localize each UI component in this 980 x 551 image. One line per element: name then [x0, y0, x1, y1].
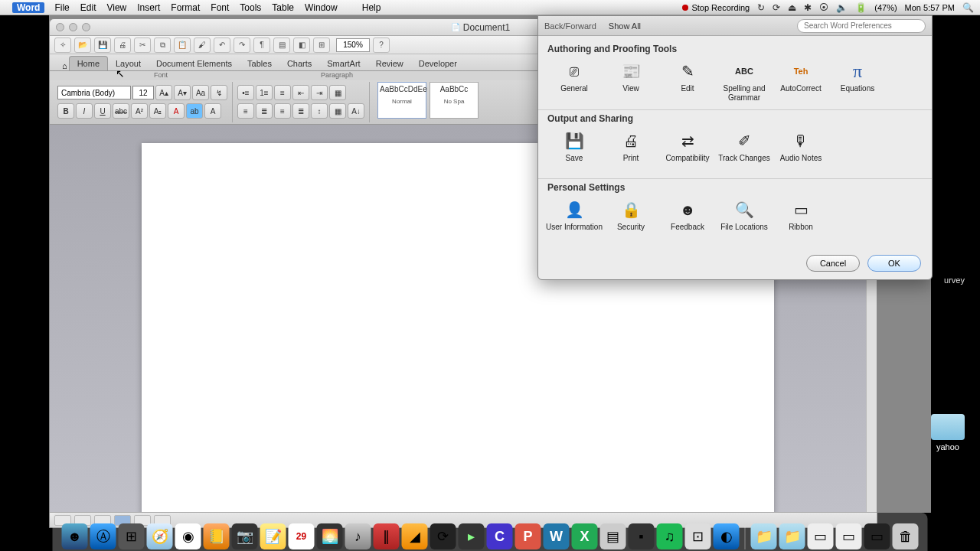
prefs-search-input[interactable] [797, 19, 926, 33]
pref-equations[interactable]: πEquations [829, 59, 886, 103]
multilevel-button[interactable]: ≡ [274, 85, 291, 100]
home-icon[interactable]: ⌂ [62, 61, 67, 70]
tab-home[interactable]: Home [69, 56, 108, 70]
dock-folder1-icon[interactable]: 📁 [751, 523, 777, 549]
style-normal[interactable]: AaBbCcDdEe Normal [377, 82, 426, 119]
dock-chrome-icon[interactable]: ◉ [175, 523, 201, 549]
tab-review[interactable]: Review [368, 57, 411, 70]
show-all-button[interactable]: Show All [609, 21, 641, 31]
pref-compatibility[interactable]: ⇄Compatibility [659, 129, 716, 172]
superscript-button[interactable]: A² [131, 103, 148, 119]
menu-format[interactable]: Format [165, 2, 205, 13]
bluetooth-icon[interactable]: ✱ [804, 2, 812, 13]
dock-app2-icon[interactable]: ⊡ [685, 523, 711, 549]
pref-print[interactable]: 🖨Print [603, 129, 659, 172]
text-effects-button[interactable]: A [204, 103, 221, 119]
pref-autocorrect[interactable]: TehAutoCorrect [773, 59, 829, 103]
back-forward-button[interactable]: Back/Forward [544, 21, 596, 31]
zoom-icon[interactable] [82, 23, 90, 31]
font-name-input[interactable] [57, 86, 131, 99]
desktop-folder-yahoo[interactable]: yahoo [931, 414, 965, 452]
dock-powerpoint-icon[interactable]: P [515, 523, 541, 549]
sync-icon[interactable]: ↻ [757, 2, 765, 13]
dock-terminal-icon[interactable]: ▸ [459, 523, 485, 549]
dock-preview-icon[interactable]: ▤ [600, 523, 626, 549]
pref-spelling[interactable]: ABCSpelling and Grammar [716, 59, 773, 103]
clock[interactable]: Mon 5:57 PM [905, 3, 955, 12]
gallery-button[interactable]: ⊞ [313, 37, 330, 53]
dock-calendar-icon[interactable]: 29 [289, 523, 315, 549]
tab-document-elements[interactable]: Document Elements [149, 57, 240, 70]
dock-safari-icon[interactable]: 🧭 [147, 523, 173, 549]
line-spacing-button[interactable]: ↕ [311, 103, 328, 119]
toolbox-button[interactable]: ◧ [293, 37, 310, 53]
menu-insert[interactable]: Insert [132, 2, 165, 13]
tab-charts[interactable]: Charts [279, 57, 319, 70]
pref-feedback[interactable]: ☻Feedback [659, 197, 716, 241]
save-button[interactable]: 💾 [94, 37, 111, 53]
print-button[interactable]: 🖨 [114, 37, 131, 53]
menu-font[interactable]: Font [205, 2, 234, 13]
dock-appstore-icon[interactable]: Ⓐ [90, 523, 116, 549]
change-case-button[interactable]: Aa [192, 85, 209, 100]
numbering-button[interactable]: 1≡ [256, 85, 273, 100]
stop-recording-button[interactable]: Stop Recording [682, 3, 750, 12]
sidebar-button[interactable]: ▤ [273, 37, 290, 53]
battery-icon[interactable]: 🔋 [855, 2, 867, 13]
sort-button[interactable]: A↓ [348, 103, 364, 119]
app-name[interactable]: Word [12, 2, 44, 13]
undo-button[interactable]: ↶ [214, 37, 230, 53]
pref-ribbon[interactable]: ▭Ribbon [773, 197, 829, 241]
pref-track-changes[interactable]: ✐Track Changes [716, 129, 773, 172]
pref-security[interactable]: 🔒Security [603, 197, 659, 241]
grow-font-button[interactable]: A▴ [155, 85, 172, 100]
bullets-button[interactable]: •≡ [237, 85, 254, 100]
pref-edit[interactable]: ✎Edit [659, 59, 716, 103]
wifi-icon[interactable]: ⦿ [819, 2, 828, 13]
tab-layout[interactable]: Layout [108, 57, 149, 70]
bold-button[interactable]: B [57, 103, 74, 119]
decrease-indent-button[interactable]: ⇤ [292, 85, 309, 100]
strikethrough-button[interactable]: abc [113, 103, 129, 119]
pref-general[interactable]: ⎚General [546, 59, 603, 103]
dock-photobooth-icon[interactable]: 📷 [232, 523, 258, 549]
dock-finder-icon[interactable]: ☻ [62, 523, 88, 549]
font-size-input[interactable] [132, 86, 154, 99]
close-icon[interactable] [56, 23, 64, 31]
underline-button[interactable]: U [94, 103, 111, 119]
displays-icon[interactable]: ⏏ [788, 2, 796, 13]
dock-contacts-icon[interactable]: 📒 [204, 523, 230, 549]
menu-view[interactable]: View [101, 2, 132, 13]
dock-stickies-icon[interactable]: 📝 [260, 523, 286, 549]
borders-button[interactable]: ▦ [329, 85, 346, 100]
menu-table[interactable]: Table [266, 2, 299, 13]
dock-word-icon[interactable]: W [544, 523, 570, 549]
open-button[interactable]: 📂 [74, 37, 91, 53]
format-painter-button[interactable]: 🖌 [194, 37, 211, 53]
show-button[interactable]: ¶ [253, 37, 270, 53]
dock-timemachine-icon[interactable]: ⟳ [430, 523, 456, 549]
shrink-font-button[interactable]: A▾ [174, 85, 191, 100]
tab-smartart[interactable]: SmartArt [319, 57, 368, 70]
cancel-button[interactable]: Cancel [806, 255, 860, 272]
subscript-button[interactable]: A₂ [149, 103, 166, 119]
dock-itunes-icon[interactable]: ♪ [345, 523, 371, 549]
tab-developer[interactable]: Developer [411, 57, 465, 70]
pref-save[interactable]: 💾Save [546, 129, 603, 172]
pref-file-locations[interactable]: 🔍File Locations [716, 197, 773, 241]
increase-indent-button[interactable]: ⇥ [311, 85, 328, 100]
align-right-button[interactable]: ≡ [274, 103, 291, 119]
copy-button[interactable]: ⧉ [154, 37, 171, 53]
pref-view[interactable]: 📰View [603, 59, 659, 103]
clear-format-button[interactable]: ↯ [211, 85, 227, 100]
menu-file[interactable]: File [49, 2, 74, 13]
pref-user-info[interactable]: 👤User Information [546, 197, 603, 241]
highlight-button[interactable]: ab [186, 103, 203, 119]
tab-tables[interactable]: Tables [240, 57, 279, 70]
paste-button[interactable]: 📋 [174, 37, 191, 53]
font-color-button[interactable]: A [168, 103, 185, 119]
menu-edit[interactable]: Edit [75, 2, 102, 13]
ok-button[interactable]: OK [867, 255, 921, 272]
dock-excel-icon[interactable]: X [572, 523, 598, 549]
dock-app3-icon[interactable]: ◐ [714, 523, 740, 549]
